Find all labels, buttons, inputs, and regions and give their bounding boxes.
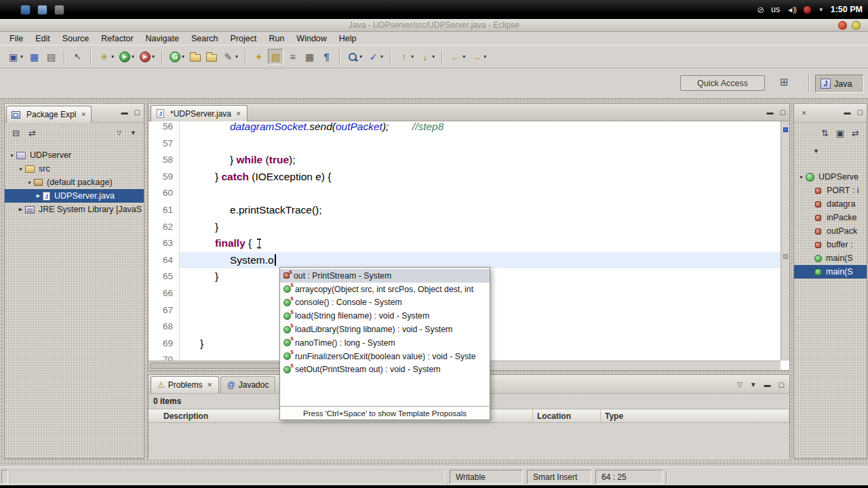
- tree-item[interactable]: ▶JUDPServer.java: [5, 189, 144, 203]
- dropdown-arrow-icon[interactable]: ▾: [182, 54, 184, 60]
- select-mode-button[interactable]: ↖: [70, 49, 85, 64]
- annotation-marker[interactable]: [783, 127, 788, 132]
- maximize-icon[interactable]: ▢: [857, 108, 863, 116]
- menu-project[interactable]: Project: [224, 33, 263, 44]
- column-header-type[interactable]: Type: [601, 409, 789, 422]
- annotations-button[interactable]: ✎▾: [220, 49, 240, 64]
- filter-icon[interactable]: ▽: [737, 381, 743, 388]
- close-icon[interactable]: ✕: [802, 110, 807, 117]
- dropdown-arrow-icon[interactable]: ▾: [359, 54, 362, 60]
- menu-window[interactable]: Window: [290, 33, 332, 44]
- dropdown-arrow-icon[interactable]: ▾: [235, 54, 238, 60]
- dropdown-arrow-icon[interactable]: ▾: [484, 54, 486, 60]
- dropdown-arrow-icon[interactable]: ▾: [380, 54, 383, 60]
- editor-tab[interactable]: J *UDPServer.java ✕: [151, 105, 248, 121]
- menu-run[interactable]: Run: [262, 33, 290, 44]
- code-line[interactable]: 59} catch (IOException e) {: [149, 169, 781, 186]
- dropdown-arrow-icon[interactable]: ▾: [111, 54, 114, 60]
- menu-edit[interactable]: Edit: [29, 33, 56, 44]
- tree-item[interactable]: main(S: [794, 251, 867, 265]
- applet-icon-1[interactable]: [20, 5, 31, 15]
- code-line[interactable]: 64System.o: [149, 252, 781, 269]
- build-all-button[interactable]: ≡: [285, 49, 300, 64]
- new-java-class-button[interactable]: G▾: [167, 49, 186, 64]
- minimize-icon[interactable]: ▬: [764, 381, 771, 388]
- network-icon[interactable]: ⊘: [757, 5, 764, 15]
- view-menu-icon[interactable]: ▼: [750, 381, 757, 388]
- open-task-button[interactable]: ✓▾: [366, 49, 385, 64]
- maximize-icon[interactable]: ▢: [778, 381, 785, 388]
- search-button[interactable]: ▾: [345, 49, 364, 64]
- tab-problems[interactable]: ⚠Problems✕: [151, 376, 219, 393]
- hide-fields-icon[interactable]: ▣: [836, 128, 844, 138]
- collapse-all-icon[interactable]: ⊟: [12, 128, 20, 138]
- tree-item[interactable]: outPack: [794, 224, 867, 238]
- dropdown-arrow-icon[interactable]: ▾: [20, 54, 23, 60]
- maximize-icon[interactable]: ▢: [134, 108, 140, 116]
- mark-occurrences-button[interactable]: ▨: [268, 49, 283, 64]
- expander-down-icon[interactable]: ▼: [7, 153, 16, 158]
- overview-ruler[interactable]: [781, 121, 789, 361]
- completion-item[interactable]: nanoTime() : long - System: [280, 336, 490, 350]
- tree-item[interactable]: ▼UDPserver: [5, 148, 144, 162]
- completion-item[interactable]: arraycopy(Object src, int srcPos, Object…: [280, 283, 490, 296]
- column-header-location[interactable]: Location: [533, 409, 601, 422]
- open-perspective-icon[interactable]: ⊞: [780, 76, 789, 88]
- menu-search[interactable]: Search: [185, 33, 224, 44]
- dropdown-arrow-icon[interactable]: ▾: [132, 54, 134, 60]
- completion-item[interactable]: runFinalizersOnExit(boolean value) : voi…: [280, 350, 490, 363]
- package-explorer-tab[interactable]: Package Expl ✕: [6, 106, 92, 123]
- tree-item[interactable]: ▶JRE System Library [JavaS: [5, 203, 144, 216]
- window-control-red-icon[interactable]: [838, 21, 847, 30]
- code-line[interactable]: 63finally {: [149, 235, 781, 252]
- new-button[interactable]: ▣▾: [5, 49, 25, 64]
- hide-static-icon[interactable]: ⇄: [852, 128, 859, 138]
- forward-button[interactable]: →▾: [469, 49, 488, 64]
- keys-button[interactable]: ✦: [251, 49, 267, 64]
- close-icon[interactable]: ✕: [81, 111, 86, 118]
- print-button[interactable]: ▤: [43, 49, 59, 64]
- expander-right-icon[interactable]: ▶: [34, 193, 43, 199]
- completion-item[interactable]: loadLibrary(String libname) : void - Sys…: [280, 323, 490, 336]
- tree-item[interactable]: ▼src: [5, 162, 144, 176]
- code-line[interactable]: 56datagramSocket.send(outPacket); //step…: [149, 121, 781, 136]
- tree-item[interactable]: PORT : i: [794, 184, 867, 197]
- expander-down-icon[interactable]: ▼: [797, 175, 806, 180]
- close-icon[interactable]: ✕: [207, 382, 212, 388]
- window-control-yellow-icon[interactable]: [852, 21, 861, 30]
- expander-down-icon[interactable]: ▼: [25, 180, 34, 185]
- minimize-icon[interactable]: ▬: [844, 108, 851, 116]
- coverage-button[interactable]: ▶▾: [138, 49, 157, 64]
- tree-item[interactable]: datagra: [794, 197, 867, 211]
- tree-item[interactable]: ▼(default package): [5, 176, 144, 189]
- dropdown-arrow-icon[interactable]: ▾: [462, 54, 465, 60]
- menu-file[interactable]: File: [3, 33, 29, 44]
- save-button[interactable]: ▦: [26, 49, 42, 64]
- completion-item[interactable]: out : PrintStream - System: [280, 269, 490, 283]
- volume-icon[interactable]: ◄)): [787, 6, 796, 14]
- tree-item[interactable]: ▼UDPServe: [794, 170, 867, 184]
- open-resource-button[interactable]: [188, 49, 203, 64]
- scroll-thumb[interactable]: [783, 254, 788, 259]
- open-project-button[interactable]: [204, 49, 219, 64]
- close-icon[interactable]: ✕: [236, 110, 241, 117]
- completion-item[interactable]: load(String filename) : void - System: [280, 309, 490, 323]
- view-menu-icon[interactable]: ▼: [130, 129, 136, 136]
- show-view-button[interactable]: ▦: [302, 49, 317, 64]
- quick-access[interactable]: Quick Access: [680, 75, 765, 91]
- previous-annotation-button[interactable]: ↑▾: [396, 49, 416, 64]
- applet-icon-3[interactable]: [54, 5, 64, 15]
- code-line[interactable]: 58} while (true);: [149, 152, 781, 169]
- keyboard-layout-indicator[interactable]: us: [771, 5, 780, 14]
- focus-icon[interactable]: ▽: [117, 129, 121, 136]
- dropdown-arrow-icon[interactable]: ▾: [152, 54, 155, 60]
- minimize-icon[interactable]: ▬: [121, 108, 128, 116]
- maximize-icon[interactable]: ▢: [780, 108, 786, 116]
- tree-item[interactable]: main(S: [794, 265, 867, 279]
- next-annotation-button[interactable]: ↓▾: [417, 49, 437, 64]
- code-line[interactable]: 60: [149, 185, 781, 202]
- record-indicator-icon[interactable]: [803, 5, 812, 14]
- chevron-down-icon[interactable]: ▼: [818, 7, 824, 13]
- menu-help[interactable]: Help: [333, 33, 363, 44]
- code-line[interactable]: 62}: [149, 219, 781, 236]
